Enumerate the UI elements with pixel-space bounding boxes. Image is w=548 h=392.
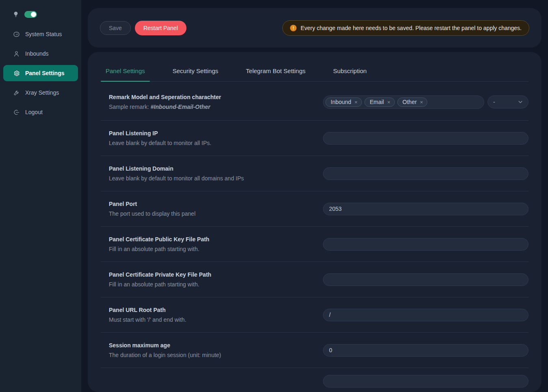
lightbulb-icon [13,10,19,19]
row-description: Leave blank by default to monitor all do… [109,175,244,182]
tag-inbound: Inbound × [325,97,362,107]
row-control: Inbound × Email × Other × - [323,95,529,109]
row-control [323,344,529,357]
form-row-listening-ip: Panel Listening IP Leave blank by defaul… [101,121,529,156]
cert-public-key-input[interactable] [323,238,529,251]
remove-tag-icon[interactable]: × [355,100,358,105]
alert-text: Every change made here needs to be saved… [301,25,522,31]
settings-tabs: Panel Settings Security Settings Telegra… [101,67,529,82]
settings-card: Panel Settings Security Settings Telegra… [88,52,542,392]
sidebar-item-system-status[interactable]: System Status [3,26,78,42]
listening-ip-input[interactable] [323,132,529,145]
row-info: Session maximum age The duration of a lo… [101,342,221,358]
row-control [323,203,529,215]
listening-domain-input[interactable] [323,167,529,180]
user-icon [13,50,20,57]
sample-remark-prefix: Sample remark: [109,104,151,110]
sidebar-item-label: System Status [25,31,62,37]
remove-tag-icon[interactable]: × [387,100,390,105]
row-description: Fill in an absolute path starting with. [109,281,211,288]
panel-port-input[interactable] [323,203,529,215]
row-info: Panel Listening Domain Leave blank by de… [101,165,244,182]
row-description: Sample remark: #Inbound-Email-Other [109,104,221,110]
sidebar-item-label: Panel Settings [25,70,64,76]
toolbar-card: Save Restart Panel ! Every change made h… [88,8,542,48]
theme-toggle-row [0,6,81,23]
sidebar-nav: System Status Inbounds Panel Settings Xr… [0,26,81,120]
row-title: Panel Listening Domain [109,165,244,172]
tag-email: Email × [364,97,395,107]
session-max-age-input[interactable] [323,344,529,357]
row-control [323,273,529,286]
tab-telegram-bot-settings[interactable]: Telegram Bot Settings [241,67,310,81]
tab-panel-settings[interactable]: Panel Settings [101,67,150,81]
remove-tag-icon[interactable]: × [420,100,423,105]
row-description: Must start with '/' and end with. [109,316,186,323]
tab-security-settings[interactable]: Security Settings [168,67,223,81]
form-row-remark-model: Remark Model and Seperation charachter S… [101,82,529,121]
tag-other: Other × [397,97,428,107]
restart-panel-button[interactable]: Restart Panel [135,21,186,35]
separator-select-value: - [493,99,495,105]
toolbar-buttons: Save Restart Panel [100,21,186,35]
dark-mode-toggle[interactable] [24,11,37,18]
sidebar-item-logout[interactable]: Logout [3,104,78,120]
tag-label: Email [370,99,384,105]
save-button[interactable]: Save [100,21,131,35]
row-description: The duration of a login session (unit: m… [109,352,221,358]
url-root-path-input[interactable] [323,309,529,321]
chevron-down-icon [518,100,523,104]
remark-tags-input[interactable]: Inbound × Email × Other × [323,95,484,109]
gauge-icon [13,31,20,38]
sidebar-item-label: Xray Settings [25,89,59,96]
form-row-url-root-path: Panel URL Root Path Must start with '/' … [101,297,529,333]
sidebar-item-xray-settings[interactable]: Xray Settings [3,84,78,101]
row-title: Session maximum age [109,342,221,349]
row-control [323,375,529,388]
row-info: Panel Certificate Private Key File Path … [101,271,211,288]
separator-select[interactable]: - [487,95,529,108]
form-row-cert-private-key: Panel Certificate Private Key File Path … [101,262,529,297]
gear-icon [13,70,20,77]
form-row-partial [101,368,529,392]
row-title: Remark Model and Seperation charachter [109,94,221,100]
row-description: Fill in an absolute path starting with. [109,246,209,252]
tag-label: Other [403,99,417,105]
row-title: Panel Port [109,201,195,207]
row-info: Remark Model and Seperation charachter S… [101,94,221,110]
partial-row-input[interactable] [323,375,529,388]
wrench-icon [13,89,20,96]
tag-label: Inbound [331,99,351,105]
row-info: Panel Port The port used to display this… [101,201,195,217]
form-row-listening-domain: Panel Listening Domain Leave blank by de… [101,156,529,191]
form-row-session-max-age: Session maximum age The duration of a lo… [101,333,529,368]
row-title: Panel Certificate Public Key File Path [109,236,209,243]
row-control [323,238,529,251]
sidebar: System Status Inbounds Panel Settings Xr… [0,0,81,392]
warning-icon: ! [290,25,297,31]
row-title: Panel URL Root Path [109,307,186,313]
form-row-cert-public-key: Panel Certificate Public Key File Path F… [101,227,529,262]
row-control [323,167,529,180]
cert-private-key-input[interactable] [323,273,529,286]
row-info: Panel Certificate Public Key File Path F… [101,236,209,252]
sidebar-item-label: Logout [25,109,43,115]
sidebar-item-inbounds[interactable]: Inbounds [3,45,78,62]
sidebar-item-panel-settings[interactable]: Panel Settings [3,65,78,81]
row-control [323,309,529,321]
row-info: Panel URL Root Path Must start with '/' … [101,307,186,323]
row-info: Panel Listening IP Leave blank by defaul… [101,130,211,146]
tab-subscription[interactable]: Subscription [328,67,372,81]
sidebar-item-label: Inbounds [25,50,49,57]
logout-icon [13,109,20,116]
row-title: Panel Listening IP [109,130,211,136]
row-title: Panel Certificate Private Key File Path [109,271,211,278]
form-row-panel-port: Panel Port The port used to display this… [101,191,529,227]
row-control [323,132,529,145]
unsaved-changes-alert: ! Every change made here needs to be sav… [282,20,529,36]
row-description: The port used to display this panel [109,210,195,217]
row-description: Leave blank by default to monitor all IP… [109,140,211,146]
sample-remark-value: #Inbound-Email-Other [151,104,210,110]
main-content: Save Restart Panel ! Every change made h… [81,0,548,392]
